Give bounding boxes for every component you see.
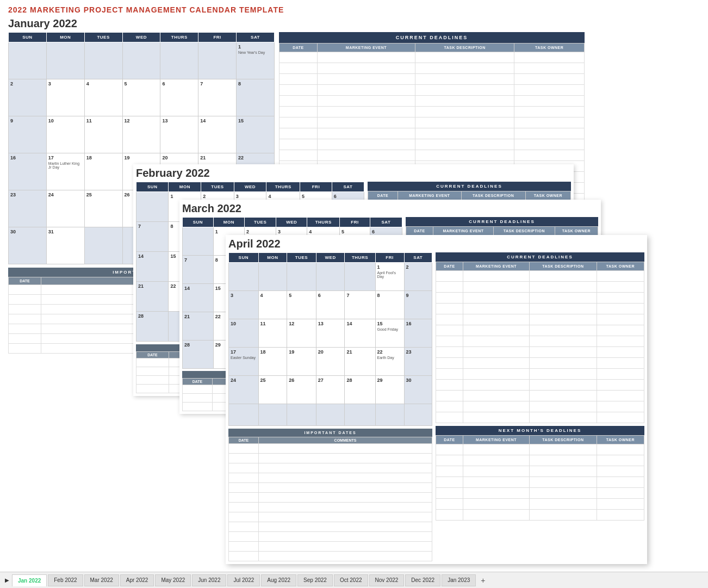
table-row: 21 [136,282,169,312]
table-row: 13 [160,116,198,153]
feb-fri-h: FRI [300,182,332,192]
table-row: 30 [9,227,47,264]
table-row: 14 [183,284,214,312]
feb-mon-h: MON [169,182,201,192]
tab-mar-2022[interactable]: Mar 2022 [84,574,119,586]
table-row: 7 [183,256,214,284]
next-dl-task-h: TASK DESCRIPTION [530,436,597,444]
list-item [229,454,432,463]
table-row: 8 [375,291,404,319]
table-row [287,263,316,291]
list-item [229,473,432,483]
dl-owner-header: TASK OWNER [514,44,585,52]
table-row: 25 [84,190,122,227]
mar-mon-h: MON [213,218,244,227]
jan-wed-header: WED [122,33,160,42]
list-item [436,282,644,293]
list-item [280,52,585,63]
march-title: March 2022 [182,202,598,215]
table-row [404,404,432,426]
list-item [229,522,432,532]
table-row: 19 [287,348,316,376]
tab-bar: ▶ Jan 2022 Feb 2022 Mar 2022 Apr 2022 Ma… [0,572,708,588]
tab-may-2022[interactable]: May 2022 [155,574,191,586]
list-item [436,336,644,347]
table-row: 22Earth Day [375,348,404,376]
list-item [436,499,644,510]
tab-dec-2022[interactable]: Dec 2022 [405,574,440,586]
table-row: 18 [84,153,122,190]
table-row [375,404,404,426]
list-item [280,74,585,85]
table-row: 14 [198,116,237,153]
feb-sat-h: SAT [332,182,364,192]
list-item [229,532,432,542]
table-row: 28 [345,376,375,404]
table-row: 10 [46,116,84,153]
table-row: 25 [258,376,287,404]
table-row [345,404,375,426]
imp-date-header: DATE [9,277,41,285]
feb-wed-h: WED [234,182,266,192]
next-dl-date-h: DATE [436,436,463,444]
list-item [436,358,644,369]
jan-sat-header: SAT [237,33,275,42]
table-row: 21 [345,348,375,376]
table-row: 17Easter Sunday [229,348,259,376]
table-row: 13 [316,319,345,348]
apr-thu-h: THURS [345,253,375,263]
table-row [160,42,198,79]
table-row [198,42,237,79]
tab-jan-2022[interactable]: Jan 2022 [12,574,47,586]
table-row: 24 [46,190,84,227]
list-item [280,139,585,150]
apr-dl-task-h: TASK DESCRIPTION [530,262,597,271]
jan-mon-header: MON [46,33,84,42]
add-tab-button[interactable]: + [477,575,488,586]
tab-oct-2022[interactable]: Oct 2022 [334,574,368,586]
jan-sun-header: SUN [9,33,47,42]
mar-thu-h: THURS [307,218,340,227]
tab-sep-2022[interactable]: Sep 2022 [297,574,333,586]
tab-feb-2022[interactable]: Feb 2022 [48,574,83,586]
table-row: 6 [316,291,345,319]
table-row: 20 [316,348,345,376]
list-item [436,444,644,455]
jan-thu-header: THURS [160,33,198,42]
list-item [436,347,644,358]
tab-nov-2022[interactable]: Nov 2022 [369,574,405,586]
table-row: 23 [404,348,432,376]
list-item [229,444,432,454]
mar-dl-task-h: TASK DESCRIPTION [494,227,555,236]
tab-apr-2022[interactable]: Apr 2022 [120,574,154,586]
table-row [183,227,214,256]
tab-jun-2022[interactable]: Jun 2022 [192,574,226,586]
feb-thu-h: THURS [266,182,300,192]
mar-dl-owner-h: TASK OWNER [555,227,598,236]
table-row: 11 [258,319,287,348]
next-deadlines-table: DATE MARKETING EVENT TASK DESCRIPTION TA… [436,435,644,521]
list-item [280,85,585,96]
next-deadlines-title: NEXT MONTH'S DEADLINES [436,426,644,435]
jan-fri-header: FRI [198,33,237,42]
tab-jul-2022[interactable]: Jul 2022 [227,574,260,586]
tab-jan-2023[interactable]: Jan 2023 [442,574,476,586]
list-item [229,483,432,493]
tab-scroll-left[interactable]: ▶ [3,576,11,585]
table-row: 12 [122,116,160,153]
list-item [229,463,432,473]
feb-imp-date-h: DATE [136,352,169,358]
list-item [436,325,644,336]
apr-sun-h: SUN [229,253,259,263]
table-row [258,404,287,426]
table-row: 18 [258,348,287,376]
table-row: 3 [46,79,84,116]
apr-wed-h: WED [316,253,345,263]
tab-aug-2022[interactable]: Aug 2022 [261,574,296,586]
list-item [436,271,644,282]
apr-mon-h: MON [258,253,287,263]
list-item [280,63,585,74]
list-item [280,96,585,107]
mar-dl-event-h: MARKETING EVENT [433,227,494,236]
table-row [84,42,122,79]
